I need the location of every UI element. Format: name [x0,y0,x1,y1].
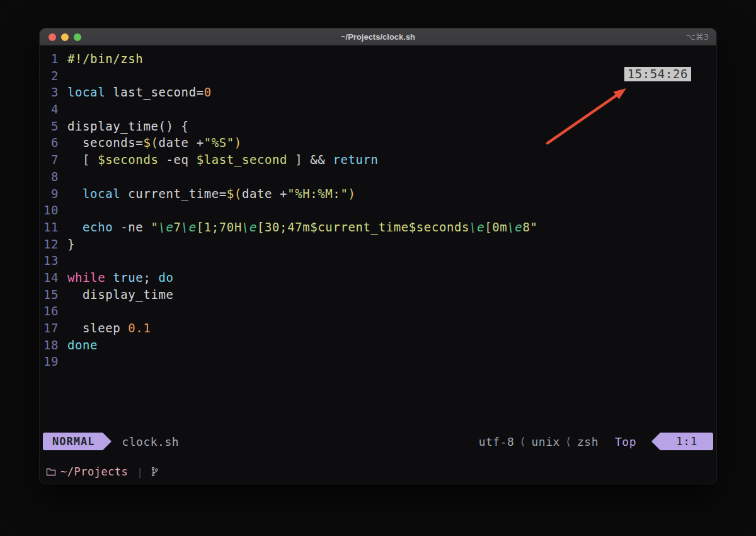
line-number: 12 [40,236,67,253]
vim-statusline: NORMAL clock.sh utf-8 ⟨ unix ⟨ zsh Top 1… [40,432,716,451]
prompt-path: ~/Projects [60,465,128,478]
git-branch-icon [151,467,158,477]
cursor-position-badge: 1:1 [660,433,713,450]
shell-prompt[interactable]: ~/Projects | [40,451,716,484]
code-line[interactable]: 2 [40,67,716,84]
line-number: 15 [40,286,67,303]
code-text: sleep 0.1 [67,320,151,337]
code-line[interactable]: 18done [40,337,716,354]
clock-output-overlay: 15:54:26 [624,67,691,81]
code-line[interactable]: 3local last_second=0 [40,84,716,101]
line-number: 19 [40,353,67,370]
desktop-background: ~/Projects/clock.sh ⌥⌘3 1#!/bin/zsh23loc… [0,0,756,536]
code-line[interactable]: 5display_time() { [40,118,716,135]
minimize-button[interactable] [61,33,69,41]
zoom-button[interactable] [74,33,81,41]
statusline-filename: clock.sh [122,435,179,448]
code-text: local last_second=0 [67,84,212,101]
editor-area[interactable]: 1#!/bin/zsh23local last_second=045displa… [40,46,716,432]
code-line[interactable]: 9 local current_time=$(date +"%H:%M:") [40,185,716,202]
code-line[interactable]: 16 [40,303,716,320]
code-text: echo -ne "\e7\e[1;70H\e[30;47m$current_t… [67,219,537,236]
line-number: 6 [40,134,67,151]
code-text: done [67,337,98,354]
code-text: } [67,236,75,253]
powerline-arrow-left-icon [651,433,660,450]
code-line[interactable]: 19 [40,353,716,370]
code-line[interactable]: 6 seconds=$(date +"%S") [40,134,716,151]
angle-separator-icon: ⟨ [566,435,571,448]
code-text: while true; do [67,269,174,286]
line-number: 2 [40,67,67,84]
line-number: 10 [40,202,67,219]
editor-lines: 1#!/bin/zsh23local last_second=045displa… [40,50,716,370]
prompt-separator: | [137,466,143,478]
code-text: [ $seconds -eq $last_second ] && return [67,151,379,168]
statusline-filetype: zsh [577,435,598,448]
line-number: 8 [40,168,67,185]
line-number: 1 [40,50,67,67]
line-number: 17 [40,320,67,337]
mode-badge: NORMAL [43,433,103,450]
terminal-window: ~/Projects/clock.sh ⌥⌘3 1#!/bin/zsh23loc… [39,28,717,484]
window-titlebar[interactable]: ~/Projects/clock.sh ⌥⌘3 [40,28,716,46]
line-number: 18 [40,337,67,354]
line-number: 16 [40,303,67,320]
line-number: 11 [40,219,67,236]
code-line[interactable]: 13 [40,252,716,269]
code-text: #!/bin/zsh [67,50,143,67]
code-text: seconds=$(date +"%S") [67,134,242,151]
code-line[interactable]: 11 echo -ne "\e7\e[1;70H\e[30;47m$curren… [40,219,716,236]
window-title: ~/Projects/clock.sh [341,32,415,42]
traffic-lights [49,28,81,46]
code-line[interactable]: 14while true; do [40,269,716,286]
window-shortcut-badge: ⌥⌘3 [686,32,709,42]
code-line[interactable]: 10 [40,202,716,219]
statusline-encoding: utf-8 [479,435,515,448]
line-number: 14 [40,269,67,286]
folder-icon [46,467,56,476]
line-number: 5 [40,118,67,135]
code-line[interactable]: 4 [40,101,716,118]
code-line[interactable]: 12} [40,236,716,253]
code-line[interactable]: 8 [40,168,716,185]
code-line[interactable]: 17 sleep 0.1 [40,320,716,337]
line-number: 3 [40,84,67,101]
line-number: 7 [40,151,67,168]
statusline-right: utf-8 ⟨ unix ⟨ zsh Top 1:1 [479,433,713,450]
code-line[interactable]: 1#!/bin/zsh [40,50,716,67]
powerline-arrow-right-icon [103,433,112,450]
statusline-scroll-position: Top [615,435,636,448]
line-number: 9 [40,185,67,202]
code-text: display_time() { [67,118,189,135]
line-number: 4 [40,101,67,118]
angle-separator-icon: ⟨ [520,435,525,448]
code-text: display_time [67,286,174,303]
code-line[interactable]: 7 [ $seconds -eq $last_second ] && retur… [40,151,716,168]
statusline-fileformat: unix [531,435,559,448]
code-text: local current_time=$(date +"%H:%M:") [67,185,356,202]
close-button[interactable] [49,33,56,41]
line-number: 13 [40,252,67,269]
code-line[interactable]: 15 display_time [40,286,716,303]
